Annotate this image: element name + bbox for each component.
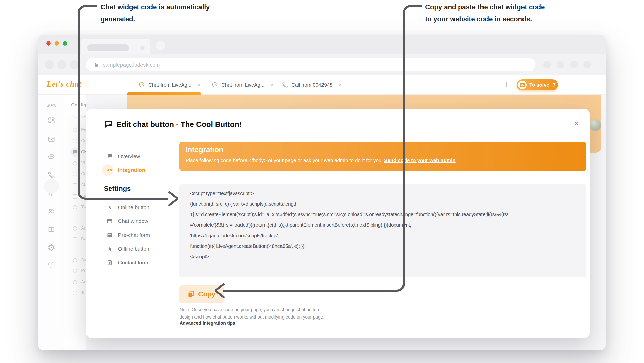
to-solve-count: 7 [553,82,556,88]
integration-banner-title: Integration [186,146,223,154]
traffic-light-close-icon[interactable] [46,41,51,46]
browser-menu-icon[interactable] [583,61,591,68]
annotation-line-right [403,5,422,18]
advanced-tips-link[interactable]: Advanced integration tips [180,321,235,326]
annotation-line-right [223,13,405,292]
modal-nav-offline-button[interactable]: Offline button [107,246,149,252]
code-line: </script> [190,254,209,260]
close-icon: × [574,118,579,128]
app-logo: Let's chat [47,79,82,89]
envelope-badge [518,81,527,89]
envelope-icon [520,83,525,87]
modal-close-button[interactable]: × [569,116,583,130]
bookmark-icon[interactable] [570,61,578,68]
annotation-line-left [78,13,168,200]
to-solve-button[interactable]: To solve 7 [517,79,558,90]
modal-nav-pre-chat-form[interactable]: Pre-chat form [107,232,150,238]
extension-icon[interactable] [543,61,551,68]
extension-icon[interactable] [557,61,564,68]
arrow-right-icon [167,193,178,204]
annotation-left: Chat widget code is automatically genera… [101,1,210,25]
modal-nav-online-button[interactable]: Online button [107,204,149,210]
document-icon [107,260,112,265]
traffic-light-minimize-icon[interactable] [55,41,59,46]
to-solve-label: To solve [529,82,549,88]
add-ticket-button[interactable]: + [501,79,513,91]
modal-nav-chat-window[interactable]: Chat window [107,218,148,224]
annotation-right: Copy and paste the chat widget code to y… [425,1,545,25]
integration-note-line2: design and how chat button works without… [180,314,324,320]
close-tab-icon[interactable]: × [198,82,200,88]
pointer-icon [107,205,112,210]
integration-note-line1: Note: Once you have code on your page, y… [180,307,319,312]
arrow-left-icon [215,285,226,296]
form-icon [107,233,112,237]
forward-button[interactable] [57,60,66,69]
window-icon [107,219,112,223]
modal-nav-contact-form[interactable]: Contact form [107,260,148,266]
back-button[interactable] [45,60,54,69]
pointer-down-icon [107,246,112,251]
traffic-light-expand-icon[interactable] [63,41,67,46]
chat-bubble-icon [211,82,218,88]
copy-icon [188,291,194,298]
copy-button-label: Copy [198,290,215,298]
